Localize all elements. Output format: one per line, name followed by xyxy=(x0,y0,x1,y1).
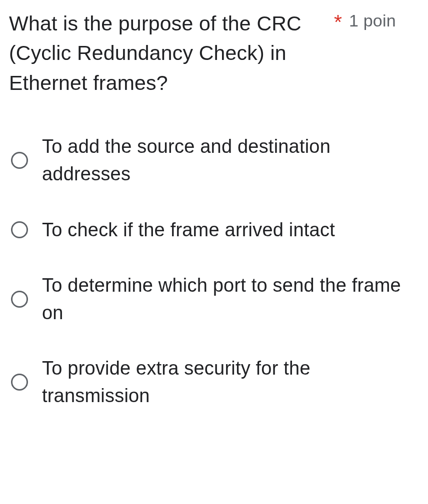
radio-icon[interactable] xyxy=(11,291,28,308)
radio-icon[interactable] xyxy=(11,152,28,169)
option-label: To check if the frame arrived intact xyxy=(42,216,335,244)
radio-icon[interactable] xyxy=(11,374,28,391)
points-label: 1 poin xyxy=(349,9,396,33)
required-asterisk: * xyxy=(334,9,342,35)
option-row-3[interactable]: To provide extra security for the transm… xyxy=(11,355,423,410)
question-header: What is the purpose of the CRC (Cyclic R… xyxy=(9,9,423,98)
options-container: To add the source and destination addres… xyxy=(9,133,423,410)
option-row-2[interactable]: To determine which port to send the fram… xyxy=(11,272,423,327)
question-text: What is the purpose of the CRC (Cyclic R… xyxy=(9,9,329,98)
option-label: To add the source and destination addres… xyxy=(42,133,423,188)
option-row-1[interactable]: To check if the frame arrived intact xyxy=(11,216,423,244)
option-label: To determine which port to send the fram… xyxy=(42,272,423,327)
radio-icon[interactable] xyxy=(11,221,28,238)
option-row-0[interactable]: To add the source and destination addres… xyxy=(11,133,423,188)
option-label: To provide extra security for the transm… xyxy=(42,355,423,410)
